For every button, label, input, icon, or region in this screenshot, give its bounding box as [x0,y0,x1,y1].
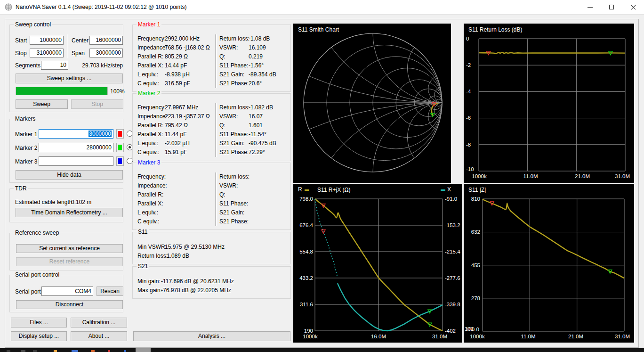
field-label: Parallel X: [137,131,163,138]
rjx-chart[interactable]: R S11 R+jX (Ω) X 798.0 676.4 554.8 433.2… [293,184,462,343]
x-tick: 31.0M [432,334,447,339]
close-button[interactable] [622,0,644,15]
tdr-button[interactable]: Time Domain Reflectometry ... [16,208,123,217]
y-tick: -2 [466,62,471,68]
y-tick: 810 [465,196,480,202]
sweep-button[interactable]: Sweep [16,99,68,109]
about-button[interactable]: About ... [71,331,127,341]
y-tick-left: 798.0 [294,196,313,202]
segments-input[interactable]: 10 [41,61,68,70]
marker3-color-button[interactable] [116,156,124,166]
files-button[interactable]: Files ... [11,318,67,327]
field-label: Return loss: [219,173,250,180]
field-value: 768.56 -j168.02 Ω [165,44,210,51]
reset-reference-button[interactable]: Reset reference [16,257,123,266]
field-label: Min VSWR: [137,244,167,250]
field-value: 11.44 pF [165,131,186,138]
start-label: Start [15,37,27,44]
z-magnitude-chart[interactable]: S11 |Z| 810 632 455 278 101 100.0 1000k … [464,184,634,343]
marker2-color-button[interactable] [116,143,124,152]
field-label: Q: [219,122,225,129]
y-tick: -10 [466,166,474,172]
set-reference-button[interactable]: Set current as reference [16,244,123,253]
field-value: 805.29 Ω [165,53,188,60]
rescan-button[interactable]: Rescan [97,287,123,296]
y-tick: 455 [465,262,480,268]
field-value: -1.56° [249,62,264,69]
field-label: Return loss: [137,253,168,259]
x-tick: 31.0M [615,173,630,179]
minimize-button[interactable] [579,0,601,15]
field-value: -117.696 dB @ 20.6231 MHz [161,278,234,285]
field-label: Parallel X: [137,200,163,207]
sweep-settings-button[interactable]: Sweep settings ... [16,74,123,83]
field-label: S21 Phase: [219,149,249,156]
y-tick: -6 [466,115,471,121]
center-input[interactable]: 16000000 [89,36,123,45]
x-tick: 21.0M [575,173,590,179]
marker3-details-title: Marker 3 [137,159,161,166]
display-setup-button[interactable]: Display setup ... [11,331,67,341]
stop-input[interactable]: 31000000 [30,49,64,57]
field-label: VSWR: [219,113,238,120]
return-loss-chart[interactable]: S11 Return Loss (dB) 0 -2 -4 -6 -8 -10 1… [464,24,634,183]
center-label: Center [72,37,89,44]
y-tick: -4 [466,89,471,94]
field-label: L equiv.: [137,71,158,78]
field-value: 316.59 pF [165,80,190,87]
app-icon [5,3,12,11]
marker1-color-button[interactable] [116,129,124,139]
marker2-input[interactable]: 28000000 [39,143,113,152]
field-label: S11 Phase: [219,62,248,69]
field-label: Parallel R: [137,53,163,60]
hide-data-button[interactable]: Hide data [16,170,123,180]
marker1-value: 3000000 [89,131,112,137]
serial-port-group: Serial port control Serial port COM4 Res… [9,275,123,312]
taskbar-app-sliver [136,348,151,352]
marker1-details-title: Marker 1 [137,21,161,28]
field-value: -8.938 µH [165,71,190,78]
field-value: 15.975 @ 29.5130 MHz [165,244,225,250]
taskbar-icon-sliver [124,350,126,352]
start-input[interactable]: 1000000 [30,36,64,45]
x-tick: 11.0M [523,173,538,179]
field-label: Return loss: [219,35,250,42]
serial-port-input[interactable]: COM4 [41,287,93,296]
stop-label: Stop [15,50,27,57]
span-input[interactable]: 30000000 [89,49,123,57]
s11-summary-group: S11 Min VSWR:15.975 @ 29.5130 MHz Return… [132,232,291,264]
markers-title: Markers [14,115,37,122]
marker1-input[interactable]: 3000000 [39,129,113,139]
s21-summary-group: S21 Min gain:-117.696 dB @ 20.6231 MHz M… [132,266,291,299]
y-tick-right: -277.6 [445,275,460,281]
field-label: Frequency: [137,35,166,42]
y-tick-right: -91.0 [445,196,457,202]
smith-chart[interactable]: S11 Smith Chart [293,24,451,183]
field-label: Impedance: [137,113,167,120]
y-tick: 0 [466,36,469,41]
analysis-button[interactable]: Analysis ... [133,331,290,341]
progress-percent: 100% [110,88,125,95]
stop-button[interactable]: Stop [71,99,123,109]
disconnect-button[interactable]: Disconnect [16,300,123,309]
taskbar[interactable] [0,348,644,352]
field-value: -2.032 µH [165,140,190,147]
taskbar-icon-sliver [91,350,95,352]
legend-x-dash [441,189,445,191]
nanovna-saver-window: NanoVNA Saver 0.1.4 (Sweep: 2019-11-02 0… [0,0,644,352]
field-value: -11.54° [249,131,266,138]
field-value: -1.082 dB [249,104,273,111]
serial-port-title: Serial port control [14,271,61,278]
calibration-button[interactable]: Calibration ... [71,318,127,327]
sweep-control-group: Sweep control Start 1000000 Center 16000… [9,25,123,112]
legend-r-label: R [298,187,302,192]
marker3-input[interactable] [39,156,113,166]
progress-fill [16,87,107,95]
marker2-color-chip [118,145,122,150]
taskbar-icon-sliver [21,350,25,352]
maximize-button[interactable] [601,0,622,15]
cable-length-value: 0.102 m [71,199,91,205]
taskbar-icon-sliver [54,350,57,352]
y-tick-right: -153.2 [445,222,460,228]
field-value: 14.44 pF [165,62,187,69]
